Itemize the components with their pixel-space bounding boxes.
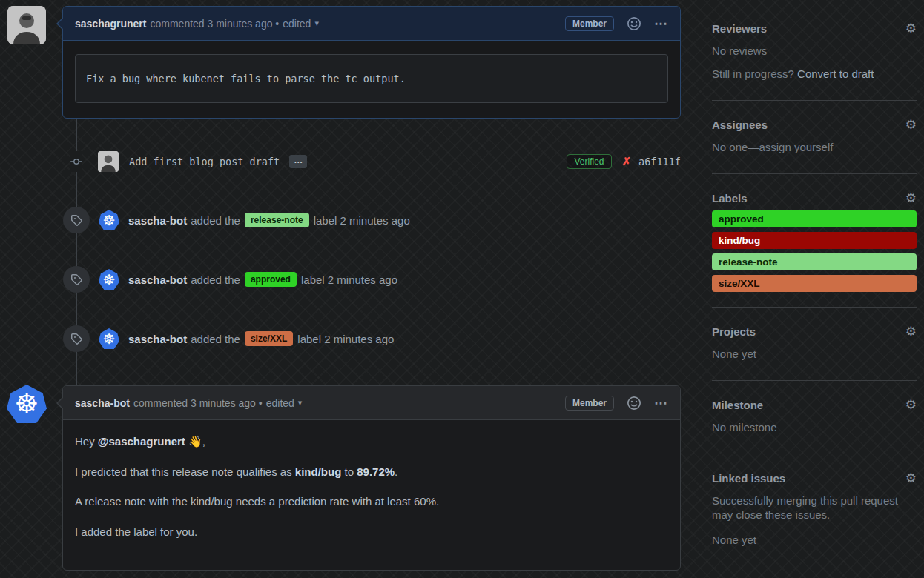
- tag-icon: [63, 266, 90, 293]
- label-pill[interactable]: kind/bug: [712, 232, 917, 249]
- chevron-down-icon[interactable]: ▾: [298, 398, 303, 408]
- label-event: ☸ sascha-bot added the release-note labe…: [63, 207, 681, 233]
- gear-icon[interactable]: ⚙: [905, 119, 917, 131]
- assignees-section: Assignees ⚙ No one—assign yourself: [712, 100, 917, 173]
- paragraph-added: I added the label for you.: [75, 524, 668, 541]
- label-event: ☸ sascha-bot added the approved label 2 …: [63, 266, 681, 293]
- comment-pr-description: saschagrunert commented 3 minutes ago • …: [62, 6, 681, 119]
- author-link[interactable]: sascha-bot: [75, 397, 130, 409]
- gear-icon[interactable]: ⚙: [905, 192, 917, 205]
- label-pill[interactable]: approved: [712, 210, 917, 227]
- gear-icon[interactable]: ⚙: [905, 472, 917, 485]
- milestone-title: Milestone: [712, 399, 763, 411]
- person-avatar-icon: [98, 151, 119, 172]
- projects-section: Projects ⚙ None yet: [712, 307, 917, 380]
- kebab-menu-button[interactable]: ⋯: [654, 395, 668, 411]
- avatar[interactable]: [7, 6, 46, 44]
- bot-avatar[interactable]: ☸: [99, 269, 119, 290]
- actor-link[interactable]: sascha-bot: [128, 333, 187, 345]
- emoji-reaction-button[interactable]: [627, 396, 641, 410]
- bot-avatar[interactable]: ☸: [7, 385, 47, 423]
- label-pill[interactable]: size/XXL: [245, 331, 293, 346]
- comment-bot: sascha-bot commented 3 minutes ago • edi…: [62, 385, 681, 571]
- linked-issues-section: Linked issues ⚙ Successfully merging thi…: [712, 454, 917, 565]
- convert-to-draft-link[interactable]: Convert to draft: [797, 67, 874, 80]
- gear-icon[interactable]: ⚙: [905, 325, 917, 338]
- label-pill[interactable]: size/XXL: [712, 275, 917, 292]
- labels-title: Labels: [712, 192, 748, 205]
- member-badge: Member: [565, 396, 614, 411]
- projects-title: Projects: [712, 325, 756, 338]
- bot-avatar[interactable]: ☸: [99, 210, 119, 230]
- paragraph-rule: A release note with the kind/bug needs a…: [75, 494, 668, 511]
- commit-expander-button[interactable]: …: [289, 155, 307, 168]
- reviewers-section: Reviewers ⚙ No reviews Still in progress…: [712, 0, 917, 100]
- comment-meta: commented 3 minutes ago •: [150, 18, 279, 30]
- sidebar: Reviewers ⚙ No reviews Still in progress…: [712, 0, 917, 565]
- kebab-menu-button[interactable]: ⋯: [654, 16, 668, 32]
- milestone-empty: No milestone: [712, 420, 917, 434]
- status-failed-icon[interactable]: ✗: [622, 155, 632, 168]
- event-action: added the: [191, 273, 240, 286]
- convert-to-draft-hint: Still in progress? Convert to draft: [712, 67, 917, 81]
- assignees-empty: No one—assign yourself: [712, 140, 917, 154]
- gear-icon[interactable]: ⚙: [905, 399, 917, 411]
- paragraph-prediction: I predicted that this release note quali…: [75, 464, 668, 481]
- smiley-icon: [627, 17, 641, 30]
- linked-issues-desc: Successfully merging this pull request m…: [712, 494, 917, 522]
- smiley-icon: [627, 396, 641, 410]
- reviewers-empty: No reviews: [712, 44, 917, 58]
- wave-emoji: 👋: [188, 435, 202, 448]
- event-action: added the: [191, 333, 240, 345]
- label-pill[interactable]: release-note: [712, 253, 917, 270]
- verified-badge[interactable]: Verified: [567, 154, 611, 169]
- commit-event: Add first blog post draft … Verified ✗ a…: [62, 148, 681, 175]
- comment-body: Fix a bug where kubenet fails to parse t…: [63, 41, 680, 118]
- edited-dropdown[interactable]: edited: [283, 18, 311, 30]
- edited-dropdown[interactable]: edited: [266, 397, 294, 409]
- linked-issues-empty: None yet: [712, 534, 917, 546]
- comment-meta: commented 3 minutes ago •: [133, 397, 263, 409]
- commit-sha-link[interactable]: a6f111f: [638, 156, 681, 167]
- bot-avatar[interactable]: ☸: [99, 328, 119, 349]
- member-badge: Member: [565, 16, 614, 31]
- chevron-down-icon[interactable]: ▾: [314, 19, 319, 28]
- git-commit-icon: [70, 151, 82, 172]
- label-pill[interactable]: release-note: [245, 213, 309, 227]
- label-event: ☸ sascha-bot added the size/XXL label 2 …: [63, 325, 681, 352]
- label-pill[interactable]: approved: [245, 272, 297, 287]
- tag-icon: [63, 325, 90, 352]
- actor-link[interactable]: sascha-bot: [128, 273, 187, 286]
- labels-section: Labels ⚙ approved kind/bug release-note …: [712, 173, 917, 307]
- event-action: added the: [191, 214, 240, 227]
- actor-link[interactable]: sascha-bot: [128, 214, 187, 227]
- event-suffix: label 2 minutes ago: [301, 273, 397, 286]
- linked-issues-title: Linked issues: [712, 472, 785, 485]
- emoji-reaction-button[interactable]: [627, 17, 641, 30]
- author-link[interactable]: saschagrunert: [75, 18, 146, 30]
- gear-icon[interactable]: ⚙: [905, 22, 917, 35]
- person-avatar-icon: [7, 6, 46, 44]
- reviewers-title: Reviewers: [712, 22, 767, 35]
- code-block: Fix a bug where kubenet fails to parse t…: [75, 54, 668, 103]
- assignees-title: Assignees: [712, 119, 768, 131]
- comment-header: saschagrunert commented 3 minutes ago • …: [63, 7, 680, 41]
- milestone-section: Milestone ⚙ No milestone: [712, 380, 917, 454]
- comment-body: Hey @saschagrunert 👋, I predicted that t…: [63, 420, 680, 555]
- tag-icon: [63, 207, 90, 233]
- event-suffix: label 2 minutes ago: [297, 333, 394, 345]
- mention-link[interactable]: @saschagrunert: [98, 435, 185, 448]
- avatar[interactable]: [98, 151, 119, 172]
- event-suffix: label 2 minutes ago: [314, 214, 410, 227]
- projects-empty: None yet: [712, 347, 917, 361]
- comment-header: sascha-bot commented 3 minutes ago • edi…: [63, 386, 680, 420]
- assign-yourself-link[interactable]: assign yourself: [759, 141, 833, 153]
- paragraph-greeting: Hey @saschagrunert 👋,: [75, 434, 668, 451]
- commit-message-link[interactable]: Add first blog post draft: [129, 156, 280, 167]
